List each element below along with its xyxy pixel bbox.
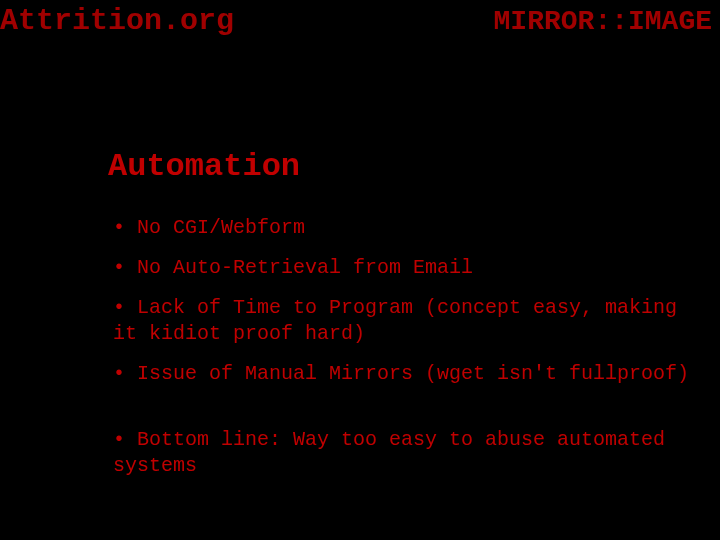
bullet-text: No CGI/Webform: [137, 216, 305, 239]
bullet-dot-icon: •: [113, 296, 137, 319]
bullet-dot-icon: •: [113, 216, 137, 239]
bullet-text: Bottom line: Way too easy to abuse autom…: [113, 428, 665, 477]
bullet-text: Lack of Time to Program (concept easy, m…: [113, 296, 677, 345]
bullet-item: • Bottom line: Way too easy to abuse aut…: [113, 427, 700, 479]
bullet-item: • Issue of Manual Mirrors (wget isn't fu…: [113, 361, 700, 387]
bullet-item: • No Auto-Retrieval from Email: [113, 255, 700, 281]
header-right: MIRROR::IMAGE: [494, 6, 712, 37]
bullet-item: • No CGI/Webform: [113, 215, 700, 241]
bullet-dot-icon: •: [113, 428, 137, 451]
slide-title: Automation: [108, 148, 300, 185]
bullet-dot-icon: •: [113, 362, 137, 385]
bullet-list: • No CGI/Webform • No Auto-Retrieval fro…: [113, 215, 700, 493]
bullet-item: • Lack of Time to Program (concept easy,…: [113, 295, 700, 347]
slide: Attrition.org MIRROR::IMAGE Automation •…: [0, 0, 720, 540]
bullet-dot-icon: •: [113, 256, 137, 279]
bullet-text: No Auto-Retrieval from Email: [137, 256, 473, 279]
bullet-text: Issue of Manual Mirrors (wget isn't full…: [137, 362, 689, 385]
header-left: Attrition.org: [0, 4, 234, 38]
